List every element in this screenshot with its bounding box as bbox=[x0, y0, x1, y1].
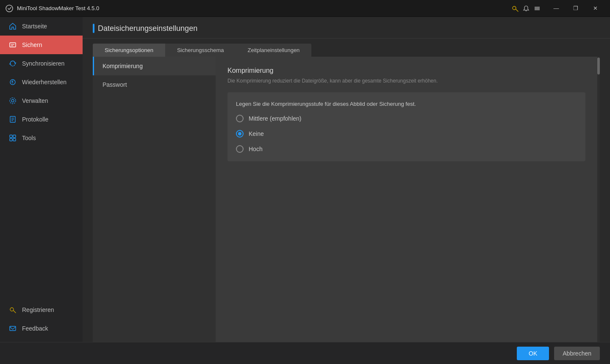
window-controls: — ❐ ✕ bbox=[546, 0, 605, 17]
radio-option-keine[interactable]: Keine bbox=[236, 130, 577, 138]
sidebar-label-protokolle: Protokolle bbox=[22, 116, 48, 123]
radio-circle-mittlere bbox=[236, 115, 244, 122]
svg-point-11 bbox=[10, 98, 16, 104]
left-panel-item-passwort[interactable]: Passwort bbox=[93, 75, 216, 94]
sync-icon bbox=[8, 59, 17, 68]
sidebar-item-protokolle[interactable]: Protokolle bbox=[0, 110, 83, 129]
sidebar-item-wiederherstellen[interactable]: Wiederherstellen bbox=[0, 73, 83, 91]
compression-options-box: Legen Sie die Komprimierungsstufe für di… bbox=[227, 92, 585, 161]
app-title: MiniTool ShadowMaker Test 4.5.0 bbox=[17, 5, 99, 11]
svg-rect-18 bbox=[10, 138, 12, 141]
title-bar: MiniTool ShadowMaker Test 4.5.0 — ❐ ✕ bbox=[0, 0, 610, 17]
page-title: Dateisicherungseinstellungen bbox=[93, 24, 600, 33]
app-icon bbox=[5, 4, 14, 13]
maximize-button[interactable]: ❐ bbox=[566, 0, 585, 17]
title-accent-bar bbox=[93, 24, 94, 33]
radio-option-mittlere[interactable]: Mittlere (empfohlen) bbox=[236, 115, 577, 122]
radio-circle-hoch bbox=[236, 145, 244, 153]
svg-rect-16 bbox=[10, 135, 12, 138]
sidebar-bottom: Registrieren Feedback bbox=[0, 301, 83, 342]
cancel-button[interactable]: Abbrechen bbox=[554, 347, 600, 360]
radio-label-mittlere: Mittlere (empfohlen) bbox=[249, 115, 302, 122]
sidebar-item-feedback[interactable]: Feedback bbox=[0, 319, 83, 338]
restore-icon bbox=[8, 78, 17, 86]
radio-label-hoch: Hoch bbox=[249, 146, 263, 152]
key-icon[interactable] bbox=[511, 4, 519, 13]
tab-sicherungsschema[interactable]: Sicherungsschema bbox=[165, 44, 236, 57]
app-logo: MiniTool ShadowMaker Test 4.5.0 bbox=[5, 4, 99, 13]
sidebar-item-sichern[interactable]: Sichern bbox=[0, 36, 83, 54]
svg-point-10 bbox=[11, 99, 14, 102]
sidebar-item-registrieren[interactable]: Registrieren bbox=[0, 301, 83, 319]
svg-rect-22 bbox=[10, 326, 16, 331]
home-icon bbox=[8, 22, 17, 30]
content-area: Dateisicherungseinstellungen Sicherungso… bbox=[83, 17, 610, 342]
sidebar: Startseite Sichern Synchr bbox=[0, 17, 83, 342]
mail-icon bbox=[8, 324, 17, 333]
tools-icon bbox=[8, 134, 17, 142]
sidebar-label-verwalten: Verwalten bbox=[22, 97, 48, 104]
register-key-icon bbox=[8, 306, 17, 314]
left-panel-item-komprimierung[interactable]: Komprimierung bbox=[93, 57, 216, 75]
sidebar-item-verwalten[interactable]: Verwalten bbox=[0, 91, 83, 110]
left-panel: Komprimierung Passwort bbox=[93, 57, 216, 342]
page-header: Dateisicherungseinstellungen bbox=[83, 17, 610, 39]
ok-button[interactable]: OK bbox=[517, 347, 549, 360]
svg-rect-6 bbox=[10, 43, 16, 47]
svg-line-2 bbox=[516, 9, 518, 11]
sidebar-item-synchronisieren[interactable]: Synchronisieren bbox=[0, 54, 83, 73]
sidebar-label-wiederherstellen: Wiederherstellen bbox=[22, 79, 67, 85]
tab-sicherungsoptionen[interactable]: Sicherungsoptionen bbox=[93, 44, 165, 57]
options-label: Legen Sie die Komprimierungsstufe für di… bbox=[236, 101, 577, 107]
minimize-button[interactable]: — bbox=[546, 0, 566, 17]
bell-icon[interactable] bbox=[522, 4, 530, 13]
svg-line-21 bbox=[14, 311, 16, 313]
sidebar-label-registrieren: Registrieren bbox=[22, 306, 54, 313]
sidebar-item-startseite[interactable]: Startseite bbox=[0, 17, 83, 36]
right-panel: Komprimierung Die Komprimierung reduzier… bbox=[216, 57, 597, 342]
svg-rect-19 bbox=[13, 138, 16, 141]
sidebar-label-tools: Tools bbox=[22, 135, 36, 141]
sidebar-label-startseite: Startseite bbox=[22, 23, 47, 30]
sidebar-label-synchronisieren: Synchronisieren bbox=[22, 60, 64, 67]
radio-label-keine: Keine bbox=[249, 130, 264, 137]
log-icon bbox=[8, 115, 17, 124]
scroll-thumb bbox=[597, 58, 600, 74]
sidebar-label-sichern: Sichern bbox=[22, 41, 42, 48]
backup-icon bbox=[8, 41, 17, 49]
menu-icon[interactable] bbox=[533, 4, 541, 13]
sidebar-label-feedback: Feedback bbox=[22, 325, 48, 332]
radio-option-hoch[interactable]: Hoch bbox=[236, 145, 577, 153]
right-panel-wrap: Komprimierung Die Komprimierung reduzier… bbox=[216, 57, 600, 342]
svg-point-20 bbox=[10, 308, 14, 311]
svg-point-1 bbox=[513, 6, 516, 10]
svg-point-0 bbox=[6, 5, 13, 12]
svg-rect-17 bbox=[13, 135, 16, 138]
close-button[interactable]: ✕ bbox=[585, 0, 605, 17]
tab-zeitplaneinstellungen[interactable]: Zeitplaneinstellungen bbox=[236, 44, 311, 57]
manage-icon bbox=[8, 97, 17, 105]
main-layout: Startseite Sichern Synchr bbox=[0, 17, 610, 342]
tabs-row: Sicherungsoptionen Sicherungsschema Zeit… bbox=[83, 39, 610, 57]
compression-section-desc: Die Komprimierung reduziert die Dateigrö… bbox=[227, 78, 585, 84]
radio-circle-keine bbox=[236, 130, 244, 138]
sidebar-item-tools[interactable]: Tools bbox=[0, 129, 83, 147]
titlebar-icons bbox=[511, 4, 541, 13]
bottom-bar: OK Abbrechen bbox=[0, 342, 610, 364]
settings-body: Komprimierung Passwort Komprimierung Die… bbox=[83, 57, 610, 342]
compression-section-title: Komprimierung bbox=[227, 67, 585, 74]
scrollbar-right bbox=[597, 57, 600, 342]
